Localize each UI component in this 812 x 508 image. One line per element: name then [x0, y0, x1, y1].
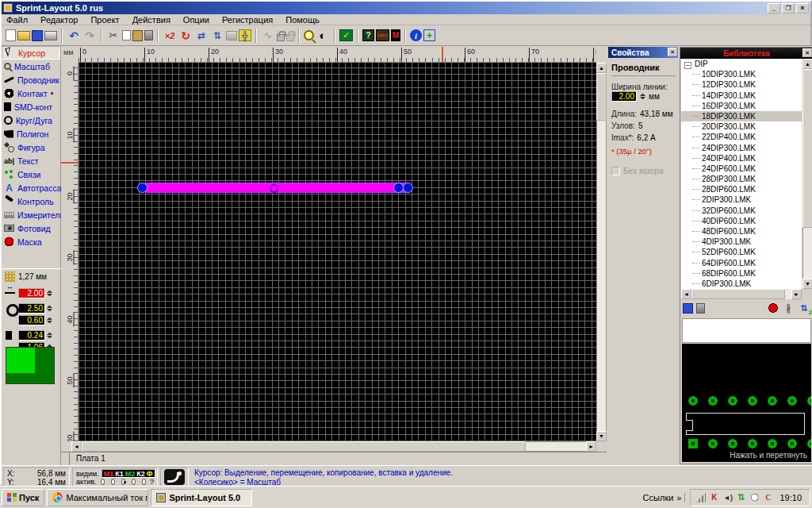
library-item[interactable]: 12DIP300.LMK [681, 79, 802, 90]
layer-f[interactable]: Ф [147, 470, 153, 477]
cleaner-icon[interactable]: C [763, 492, 773, 502]
library-item[interactable]: 24DIP300.LMK [681, 143, 802, 153]
snap-icon[interactable]: + [423, 29, 435, 41]
copy-icon[interactable] [122, 30, 131, 40]
open-icon[interactable] [17, 31, 30, 40]
library-item[interactable]: 32DIP600.LMK [681, 206, 802, 216]
canvas-vertical-scrollbar[interactable]: ▲ ▼ [596, 63, 607, 441]
close-icon[interactable]: × [668, 48, 677, 56]
scroll-left-icon[interactable]: ◄ [681, 289, 691, 299]
tool-track[interactable]: Проводник [2, 73, 60, 87]
close-button[interactable]: × [796, 3, 809, 13]
library-item[interactable]: 68DIP600.LMK [681, 268, 802, 279]
unlock-icon[interactable] [286, 34, 294, 41]
library-item[interactable]: 14DIP300.LMK [681, 90, 802, 101]
tool-circle-arc[interactable]: Круг/Дуга [2, 114, 60, 127]
active-layer-radio[interactable] [142, 479, 146, 485]
library-item[interactable]: 10DIP300.LMK [681, 69, 802, 79]
start-button[interactable]: Пуск [2, 489, 44, 506]
canvas-horizontal-scrollbar[interactable]: ◄ ► [71, 441, 596, 452]
collapse-icon[interactable]: − [684, 62, 691, 69]
no-gap-checkbox[interactable]: Без зазора [611, 167, 676, 175]
library-item[interactable]: 6DIP300.LMK [681, 279, 802, 289]
smd-width-field[interactable]: 0.24 [18, 330, 45, 341]
antivirus-icon[interactable]: K [709, 492, 719, 502]
component-preview[interactable]: Нажать и перетянуть [682, 344, 811, 462]
chevron-down-icon[interactable]: ▾ [51, 90, 54, 97]
active-layer-radio[interactable] [132, 479, 136, 485]
tool-text[interactable]: ab|Текст [2, 154, 60, 167]
track-width-field[interactable]: 2.00 [18, 288, 45, 298]
pin-settings-icon[interactable]: ∦ [782, 302, 795, 314]
tool-connections[interactable]: Связи [2, 167, 60, 181]
spinner[interactable] [47, 288, 52, 298]
scroll-up-icon[interactable]: ▲ [596, 63, 607, 73]
trace-node[interactable] [137, 183, 147, 193]
minimize-button[interactable]: _ [768, 3, 780, 13]
links-toolbar[interactable]: Ссылки » [643, 493, 686, 502]
active-layer-radio[interactable] [111, 479, 115, 485]
route-icon[interactable]: ∿ [261, 29, 275, 42]
multiply-2-icon[interactable]: ×2 [163, 29, 177, 42]
menu-options[interactable]: Опции [183, 15, 209, 25]
menu-registration[interactable]: Регистрация [222, 15, 273, 25]
spinner[interactable] [640, 91, 645, 102]
library-item[interactable]: 4DIP300.LMK [681, 237, 802, 247]
info-icon[interactable]: i [410, 29, 422, 41]
save-icon[interactable] [32, 30, 43, 41]
volume-icon[interactable]: ◄) [722, 492, 733, 502]
menu-help[interactable]: Помощь [285, 15, 320, 25]
tool-smd-pad[interactable]: SMD-конт [2, 100, 60, 114]
scroll-down-icon[interactable]: ▼ [802, 279, 812, 289]
print-icon[interactable] [44, 31, 57, 40]
layer-help[interactable]: ? [150, 478, 154, 486]
network-icon[interactable] [695, 492, 706, 502]
scroll-thumb[interactable] [691, 289, 785, 299]
pcb-canvas[interactable] [79, 63, 596, 441]
library-item[interactable]: 2DIP300.LMK [681, 194, 802, 205]
layer-k1[interactable]: К1 [115, 470, 124, 477]
cut-icon[interactable]: ✂ [106, 29, 121, 42]
library-item[interactable]: 20DIP300.LMK [681, 121, 802, 132]
bulb-icon[interactable] [749, 492, 760, 502]
layer-visibility[interactable]: М1 К1 М2 К2 Ф [102, 469, 155, 478]
taskbar-item-browser[interactable]: Максимальный ток печ... [47, 489, 148, 506]
library-root[interactable]: −DIP [681, 59, 802, 69]
paste-icon[interactable] [132, 30, 143, 41]
library-item[interactable]: 16DIP300.LMK [681, 101, 802, 111]
undo-icon[interactable]: ↶ [67, 29, 81, 42]
restore-button[interactable] [782, 3, 795, 13]
library-item[interactable]: 48DIP600.LMK [681, 226, 802, 237]
library-item[interactable]: 28DIP300.LMK [681, 174, 802, 184]
library-item[interactable]: 64DIP600.LMK [681, 258, 802, 268]
tool-test-probe[interactable]: Контроль [2, 194, 60, 208]
pad-diameter-field[interactable]: 2.50 [18, 303, 45, 314]
drc-check-icon[interactable]: DRC [376, 29, 389, 41]
align-grid-icon[interactable]: ╬ [239, 29, 251, 41]
library-item[interactable]: 24DIP600.LMK [681, 164, 802, 174]
zoom-icon[interactable] [304, 30, 314, 40]
menu-project[interactable]: Проект [90, 15, 119, 25]
scroll-right-icon[interactable]: ► [586, 441, 596, 452]
taskbar-item-sprint-layout[interactable]: Sprint-Layout 5.0 [151, 489, 252, 506]
menu-file[interactable]: Файл [6, 15, 28, 25]
layer-m1[interactable]: М1 [104, 470, 114, 477]
tool-polygon[interactable]: Полигон [2, 127, 60, 140]
new-icon[interactable] [6, 29, 16, 41]
menu-actions[interactable]: Действия [132, 15, 170, 25]
library-item[interactable]: 52DIP600.LMK [681, 247, 802, 257]
active-layer-radio-selected[interactable] [121, 479, 125, 485]
mirror-vertical-icon[interactable]: ⇅ [210, 29, 224, 42]
tool-pad[interactable]: Контакт▾ [2, 87, 60, 100]
tool-zoom[interactable]: Масштаб [2, 60, 60, 73]
delete-component-icon[interactable] [696, 303, 705, 314]
close-icon[interactable]: × [802, 48, 812, 57]
library-item[interactable]: 40DIP600.LMK [681, 216, 802, 226]
clock[interactable]: 19:10 [776, 493, 805, 502]
layer-k2[interactable]: К2 [136, 470, 145, 477]
library-item[interactable]: 24DIP400.LMK [681, 153, 802, 164]
trace-node-open[interactable] [270, 184, 278, 193]
contrast-icon[interactable]: ◐ [316, 29, 330, 42]
grid-setting[interactable]: 1,27 мм [2, 268, 61, 284]
menu-editor[interactable]: Редактор [40, 15, 78, 25]
